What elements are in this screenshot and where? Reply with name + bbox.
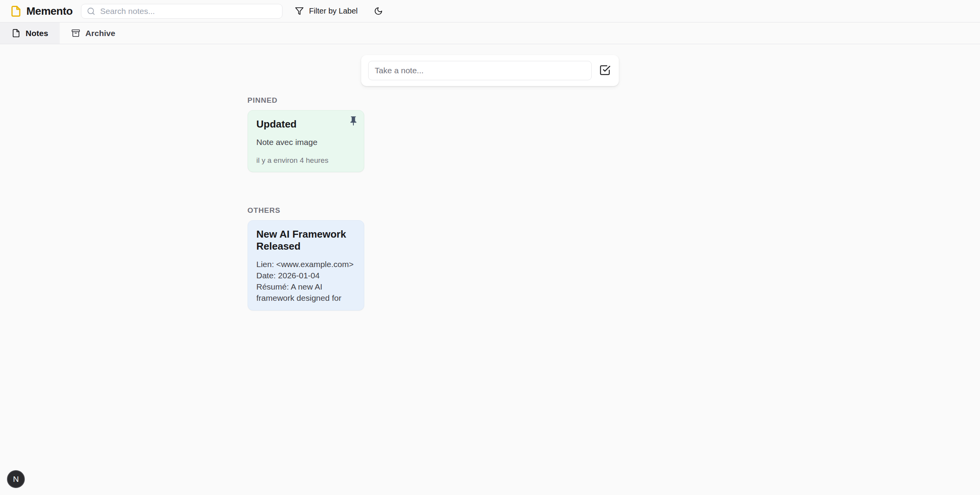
search-icon — [87, 7, 95, 16]
others-notes-grid: New AI Framework ReleasedLien: <www.exam… — [248, 220, 733, 310]
check-square-icon — [599, 64, 611, 76]
funnel-icon — [295, 7, 304, 16]
avatar-initial: N — [13, 474, 19, 484]
tab-archive[interactable]: Archive — [60, 22, 127, 44]
tab-archive-label: Archive — [85, 29, 115, 38]
filter-by-label-button[interactable]: Filter by Label — [293, 6, 360, 16]
note-composer — [361, 55, 619, 86]
note-card[interactable]: UpdatedNote avec imageil y a environ 4 h… — [248, 110, 364, 172]
tab-notes[interactable]: Notes — [0, 22, 60, 44]
note-timestamp: il y a environ 4 heures — [257, 150, 355, 165]
note-body: Note avec image — [257, 136, 355, 148]
search-input[interactable] — [99, 6, 277, 16]
archive-icon — [71, 29, 80, 38]
take-a-note-input[interactable] — [368, 61, 592, 80]
view-tabs: Notes Archive — [0, 22, 980, 44]
app-header: Memento Filter by Label — [0, 0, 980, 22]
pinned-section-label: PINNED — [248, 96, 733, 105]
notes-file-icon — [12, 29, 21, 38]
search-bar — [81, 4, 282, 19]
app-logo: Memento — [10, 5, 72, 17]
note-title: Updated — [257, 118, 355, 130]
note-body: Lien: <www.example.com>Date: 2026-01-04R… — [257, 259, 355, 303]
checklist-button[interactable] — [598, 64, 612, 78]
note-title: New AI Framework Released — [257, 228, 355, 252]
theme-toggle-button[interactable] — [372, 6, 385, 16]
main-content: PINNED UpdatedNote avec imageil y a envi… — [0, 55, 980, 310]
pin-icon[interactable] — [348, 116, 358, 126]
others-section-label: OTHERS — [248, 206, 733, 215]
notes-board: PINNED UpdatedNote avec imageil y a envi… — [248, 96, 733, 310]
document-logo-icon — [10, 5, 22, 17]
note-card[interactable]: New AI Framework ReleasedLien: <www.exam… — [248, 220, 364, 310]
avatar-button[interactable]: N — [7, 470, 25, 488]
moon-icon — [374, 7, 383, 16]
app-title: Memento — [26, 5, 72, 17]
pinned-notes-grid: UpdatedNote avec imageil y a environ 4 h… — [248, 110, 733, 172]
tab-notes-label: Notes — [26, 29, 48, 38]
filter-by-label-text: Filter by Label — [309, 7, 358, 16]
